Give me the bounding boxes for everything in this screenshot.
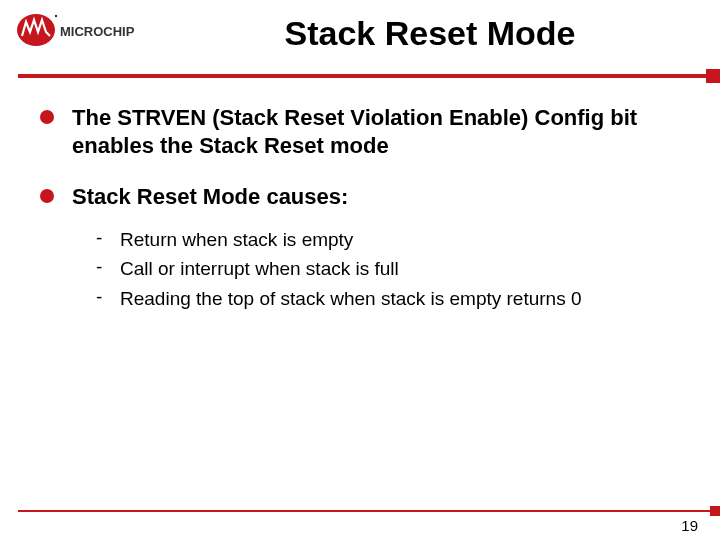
dash-icon: - (96, 286, 120, 308)
microchip-logo: MICROCHIP (14, 12, 134, 60)
sub-item: - Call or interrupt when stack is full (96, 256, 680, 282)
sub-text: Return when stack is empty (120, 227, 353, 253)
slide-header: MICROCHIP Stack Reset Mode (0, 0, 720, 78)
bullet-icon (40, 189, 54, 203)
sub-list: - Return when stack is empty - Call or i… (96, 227, 680, 312)
sub-item: - Return when stack is empty (96, 227, 680, 253)
sub-text: Reading the top of stack when stack is e… (120, 286, 582, 312)
bullet-icon (40, 110, 54, 124)
bullet-text: The STRVEN (Stack Reset Violation Enable… (72, 104, 680, 159)
dash-icon: - (96, 227, 120, 249)
logo-text: MICROCHIP (60, 24, 134, 39)
bullet-text: Stack Reset Mode causes: (72, 183, 348, 211)
bullet-item: Stack Reset Mode causes: (40, 183, 680, 211)
dash-icon: - (96, 256, 120, 278)
slide-content: The STRVEN (Stack Reset Violation Enable… (0, 78, 720, 311)
header-divider (18, 74, 720, 78)
bullet-item: The STRVEN (Stack Reset Violation Enable… (40, 104, 680, 159)
footer-divider (18, 510, 720, 512)
slide-title: Stack Reset Mode (160, 14, 700, 53)
sub-item: - Reading the top of stack when stack is… (96, 286, 680, 312)
svg-point-1 (55, 15, 57, 17)
sub-text: Call or interrupt when stack is full (120, 256, 399, 282)
page-number: 19 (681, 517, 698, 534)
